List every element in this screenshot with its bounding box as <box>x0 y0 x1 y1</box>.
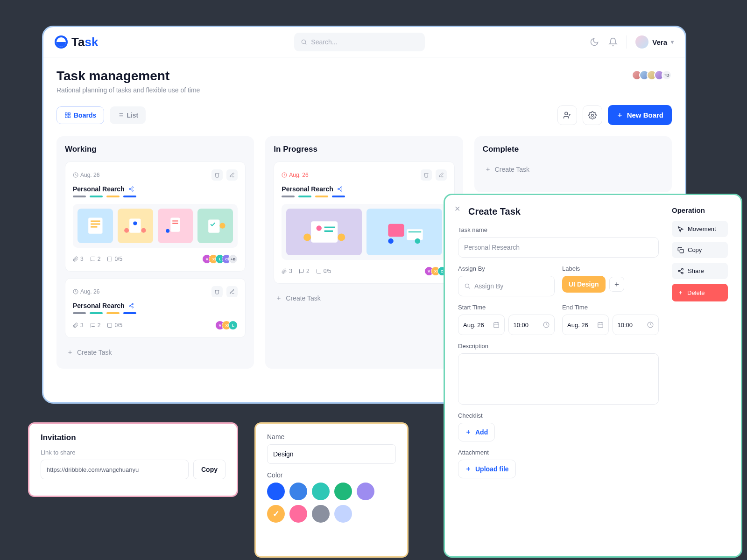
share-button[interactable]: Share <box>672 263 728 279</box>
svg-rect-23 <box>91 224 100 225</box>
svg-point-17 <box>129 189 130 190</box>
field-label: Labels <box>562 265 659 272</box>
settings-button[interactable] <box>583 105 602 125</box>
tab-boards[interactable]: Boards <box>56 106 104 124</box>
search-placeholder: Search... <box>311 38 337 46</box>
svg-point-58 <box>388 238 394 244</box>
svg-rect-22 <box>91 221 100 222</box>
svg-rect-60 <box>317 269 321 273</box>
svg-rect-24 <box>91 226 97 228</box>
card-title: Personal Rearch <box>282 185 446 193</box>
clock-icon <box>543 322 550 328</box>
svg-rect-67 <box>598 322 603 328</box>
edit-card-button[interactable] <box>226 169 238 181</box>
view-tabs: Boards List <box>56 106 146 124</box>
description-input[interactable] <box>458 353 659 405</box>
progress-count: 0/5 <box>316 268 331 274</box>
page-title: Task management <box>43 69 685 84</box>
start-time-input[interactable]: 10:00 <box>508 315 555 335</box>
field-label: Assign By <box>458 265 555 272</box>
notifications-button[interactable] <box>608 37 618 47</box>
add-label-button[interactable]: ＋ <box>609 277 624 292</box>
label <box>123 196 136 197</box>
svg-line-19 <box>130 189 132 190</box>
delete-card-button[interactable] <box>421 169 432 181</box>
share-icon[interactable] <box>128 186 134 192</box>
delete-card-button[interactable] <box>211 169 223 181</box>
member-avatars[interactable]: +B <box>634 70 672 80</box>
svg-point-53 <box>303 233 311 241</box>
name-input[interactable]: Design <box>267 444 396 464</box>
svg-point-54 <box>338 233 345 241</box>
clock-icon <box>73 289 78 294</box>
svg-rect-21 <box>88 218 102 234</box>
create-task-button[interactable]: ＋ Create Task <box>65 344 246 360</box>
add-member-button[interactable] <box>557 105 577 125</box>
logo[interactable]: Task <box>55 35 98 49</box>
color-swatch[interactable] <box>267 505 285 523</box>
svg-point-27 <box>124 228 129 233</box>
color-swatch[interactable] <box>334 483 352 500</box>
label-chip[interactable]: UI Design <box>562 276 606 293</box>
color-swatch[interactable] <box>334 505 352 523</box>
new-board-button[interactable]: ＋ New Board <box>608 105 672 125</box>
end-time-input[interactable]: 10:00 <box>613 315 659 335</box>
avatar-more[interactable]: +B <box>662 70 672 80</box>
thumbnail <box>158 209 193 243</box>
field-label: Checklist <box>458 412 659 419</box>
color-label: Color <box>267 471 396 479</box>
close-button[interactable]: ✕ <box>454 204 460 213</box>
svg-rect-25 <box>130 219 141 233</box>
calendar-icon <box>493 322 500 328</box>
color-swatch[interactable] <box>289 505 307 523</box>
column-title: Complete <box>483 145 663 154</box>
copy-link-button[interactable]: Copy <box>193 460 226 479</box>
task-card[interactable]: Aug. 26 Personal Rearch <box>274 161 454 284</box>
column-working: Working Aug. 26 Personal Rearch <box>56 136 254 369</box>
column-title: In Progress <box>274 145 454 154</box>
check-square-icon <box>107 256 113 262</box>
task-name-input[interactable]: Personal Research <box>458 237 659 258</box>
invite-link-input[interactable]: https://dribbble.com/wangchuanyu <box>41 460 189 479</box>
tab-list[interactable]: List <box>110 106 146 124</box>
color-swatch[interactable] <box>312 483 330 500</box>
edit-card-button[interactable] <box>226 286 238 297</box>
create-task-button[interactable]: ＋ Create Task <box>483 161 663 177</box>
paperclip-icon <box>282 268 287 274</box>
delete-card-button[interactable] <box>211 286 223 297</box>
search-input[interactable]: Search... <box>294 33 425 51</box>
color-swatch[interactable] <box>267 483 285 500</box>
field-label: Task name <box>458 226 659 233</box>
check-square-icon <box>107 322 113 328</box>
delete-button[interactable]: ＋Delete <box>672 284 728 301</box>
svg-point-44 <box>340 187 342 188</box>
copy-button[interactable]: Copy <box>672 242 728 258</box>
start-date-input[interactable]: Aug. 26 <box>458 315 505 335</box>
comment-icon <box>90 256 96 262</box>
trash-icon <box>214 172 220 178</box>
movement-button[interactable]: Movement <box>672 221 728 237</box>
card-assignees: V X L <box>218 321 238 330</box>
task-card[interactable]: Aug. 26 Personal Rearch <box>65 161 246 272</box>
end-date-input[interactable]: Aug. 26 <box>562 315 609 335</box>
edit-card-button[interactable] <box>436 169 447 181</box>
theme-toggle[interactable] <box>589 37 599 47</box>
add-checklist-button[interactable]: ＋Add <box>458 423 495 441</box>
share-icon[interactable] <box>128 303 134 308</box>
color-swatch[interactable] <box>357 483 374 500</box>
color-swatch[interactable] <box>312 505 330 523</box>
assign-by-input[interactable]: Assign By <box>458 276 555 296</box>
create-task-button[interactable]: ＋ Create Task <box>274 290 454 306</box>
svg-line-20 <box>130 188 132 189</box>
task-card[interactable]: Aug. 26 Personal Rearch <box>65 278 246 338</box>
comments-count: 2 <box>90 322 101 329</box>
upload-file-button[interactable]: ＋Upload file <box>458 460 516 478</box>
color-swatch[interactable] <box>289 483 307 500</box>
share-icon[interactable] <box>337 186 343 192</box>
create-task-panel: ✕ Create Task Task name Personal Researc… <box>444 194 742 558</box>
svg-point-59 <box>415 238 420 244</box>
column-in-progress: In Progress Aug. 26 Personal Rearc <box>265 136 463 369</box>
divider <box>627 35 627 49</box>
user-menu[interactable]: Vera ▾ <box>635 35 674 49</box>
color-swatches <box>267 483 396 523</box>
